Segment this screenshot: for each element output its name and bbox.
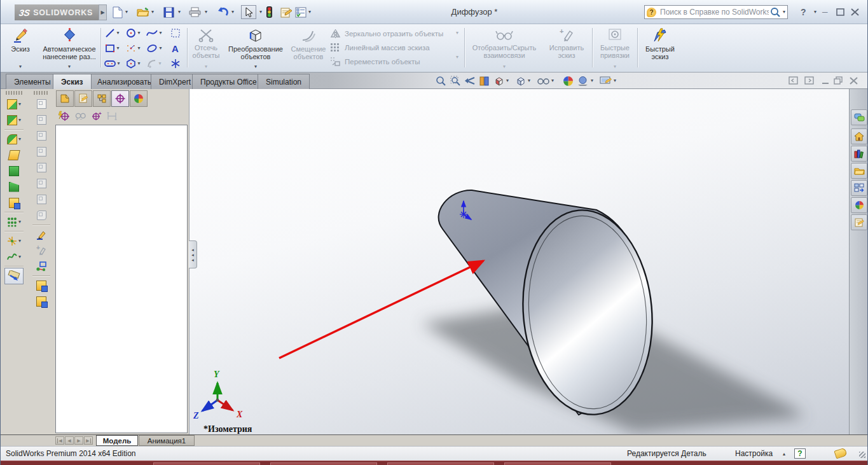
convert-entities-tool-button[interactable] — [30, 277, 53, 293]
taskbar-button[interactable] — [504, 462, 611, 465]
configuration-arrow-icon[interactable]: ▴ — [783, 451, 785, 457]
window-restore-button[interactable] — [836, 5, 844, 19]
offset-entities-tool-button[interactable] — [30, 293, 53, 309]
slot-tool-button[interactable]: ▾ — [102, 57, 122, 71]
help-dropdown[interactable]: ▾ — [812, 5, 818, 19]
forum-tab[interactable] — [851, 109, 867, 125]
tab-scroll-first-button[interactable]: ◀ — [55, 436, 64, 445]
feature-tree-area[interactable] — [55, 125, 188, 433]
hide-show-items-button[interactable] — [537, 74, 549, 87]
show-tolerance-status-icon[interactable]: + − — [74, 111, 86, 121]
configurationmanager-tab[interactable] — [93, 90, 111, 107]
dropdown-icon[interactable]: ▾ — [456, 55, 458, 60]
auto-dimension-button[interactable]: Автоматическое нанесение раз... ▾ — [39, 25, 100, 71]
resize-grip[interactable] — [859, 452, 865, 458]
linear-pattern-button[interactable]: ▾ — [2, 214, 26, 230]
extrude-boss-button[interactable]: ▾ — [2, 96, 26, 112]
sketch-button[interactable]: Эскиз ▾ — [3, 25, 38, 71]
doc-minimize-button[interactable] — [820, 76, 831, 85]
design-library-tab[interactable] — [851, 146, 867, 162]
cone-model[interactable] — [439, 190, 661, 420]
revolve-boss-button[interactable]: ▾ — [2, 112, 26, 128]
tab-sketch[interactable]: Эскиз — [53, 74, 92, 89]
shell-button[interactable] — [2, 163, 26, 179]
zoom-area-button[interactable] — [449, 74, 462, 87]
select-region-button[interactable] — [165, 26, 185, 40]
display-relations-button[interactable]: Отобразить/Скрыть взаимосвязи ▾ — [467, 25, 542, 71]
model-tab[interactable]: Модель — [96, 435, 138, 446]
move-entities-item[interactable]: Переместить объекты — [330, 55, 456, 69]
search-icon[interactable] — [770, 7, 781, 18]
edit-sketch-button[interactable] — [30, 226, 53, 242]
circle-tool-button[interactable]: ▾ — [123, 26, 143, 40]
previous-view-button[interactable] — [464, 74, 476, 87]
taskbar-button[interactable] — [153, 462, 260, 465]
help-search-input[interactable] — [659, 7, 770, 17]
toolbar-grip[interactable] — [6, 91, 22, 95]
fillet-button[interactable]: ▾ — [2, 131, 26, 147]
search-scope-dropdown[interactable]: ▾ — [783, 10, 785, 15]
window-close-button[interactable] — [851, 5, 859, 19]
view-isometric-button[interactable] — [30, 207, 53, 223]
configuration-text[interactable]: Настройка — [735, 449, 773, 458]
view-right-button[interactable] — [30, 160, 53, 176]
display-style-button[interactable] — [514, 74, 527, 87]
spline-tool-button[interactable]: ▾ — [144, 26, 164, 40]
apply-scene-button[interactable] — [576, 74, 589, 87]
tab-simulation[interactable]: Simulation — [258, 74, 310, 89]
window-minimize-button[interactable]: ─ — [822, 5, 828, 19]
tab-scroll-prev-button[interactable]: ◀ — [65, 436, 74, 445]
tab-scroll-last-button[interactable]: ▶ — [84, 436, 93, 445]
toolbar-grip[interactable] — [34, 91, 49, 95]
view-palette-tab[interactable] — [851, 180, 867, 196]
point-pattern-button[interactable]: ▾ — [123, 41, 143, 55]
quick-snaps-button[interactable]: Быстрые привязки ▾ — [595, 25, 635, 71]
hide-show-items-dropdown[interactable]: ▾ — [549, 74, 556, 87]
featuremanager-tab[interactable] — [56, 90, 74, 107]
instant3d-button[interactable] — [4, 268, 24, 284]
curves-button[interactable]: ▾ — [2, 249, 26, 265]
text-tool-button[interactable]: A — [165, 41, 185, 55]
draft-button[interactable] — [2, 147, 26, 163]
view-orientation-dropdown[interactable]: ▾ — [504, 74, 511, 87]
taskbar-button[interactable] — [270, 462, 377, 465]
display-style-dropdown[interactable]: ▾ — [526, 74, 532, 87]
view-front-button[interactable] — [30, 112, 53, 128]
repair-sketch-button[interactable]: + Исправить эскиз — [543, 25, 590, 71]
view-bottom-button[interactable] — [30, 191, 53, 207]
view-settings-button[interactable] — [599, 74, 612, 87]
graphics-viewport[interactable]: Y X Z *Изометрия — [189, 89, 849, 434]
appearances-tab[interactable] — [851, 197, 867, 213]
help-button[interactable]: ? — [801, 5, 806, 19]
copy-scheme-icon[interactable]: + — [91, 111, 102, 121]
datum-target-icon[interactable] — [107, 111, 117, 121]
tab-features[interactable]: Элементы — [6, 74, 59, 89]
convert-entities-button[interactable]: Преобразование объектов ▾ — [224, 25, 287, 71]
view-top-button[interactable] — [30, 176, 53, 191]
offset-entities-button[interactable]: Смещение объектов — [289, 25, 328, 71]
view-left-button[interactable] — [30, 144, 53, 160]
displaymanager-tab[interactable] — [130, 90, 148, 107]
hole-wizard-button[interactable] — [2, 195, 26, 211]
custom-properties-tab[interactable] — [851, 214, 867, 230]
collapse-left-pane-button[interactable] — [787, 76, 799, 85]
mirror-entities-item[interactable]: Зеркально отразить объекты — [330, 27, 456, 41]
taskbar-button[interactable] — [387, 462, 494, 465]
sketch-ink-button[interactable]: + — [30, 242, 53, 258]
zoom-fit-button[interactable] — [434, 74, 447, 87]
quick-tips-button[interactable]: ? — [794, 448, 806, 459]
animation-tab[interactable]: Анимация1 — [139, 435, 195, 446]
apply-scene-dropdown[interactable]: ▾ — [589, 74, 595, 87]
arc-tool-button[interactable]: ▾ — [144, 57, 164, 71]
dropdown-icon[interactable]: ▾ — [456, 31, 458, 36]
ellipse-tool-button[interactable]: ▾ — [144, 41, 164, 55]
tags-icon[interactable] — [834, 448, 847, 459]
trim-entities-button[interactable]: Отсечь объекты ▾ — [189, 25, 223, 71]
reference-geometry-button[interactable]: ▾ — [2, 233, 26, 249]
doc-close-button[interactable] — [848, 76, 859, 85]
resources-tab[interactable] — [851, 128, 867, 144]
tab-scroll-next-button[interactable]: ▶ — [74, 436, 83, 445]
point-tool-button[interactable] — [165, 57, 185, 71]
rib-button[interactable] — [2, 179, 26, 195]
propertymanager-tab[interactable] — [74, 90, 92, 107]
